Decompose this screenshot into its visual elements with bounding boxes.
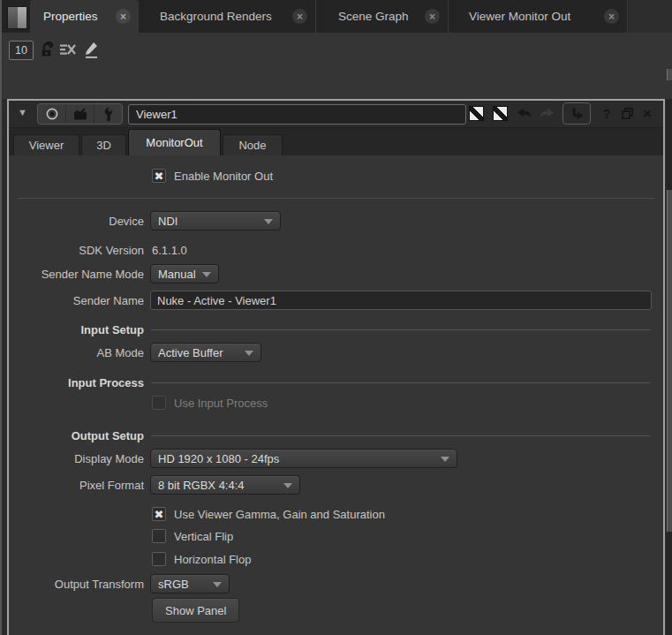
tab-viewer[interactable]: Viewer (13, 134, 79, 155)
tab-3d[interactable]: 3D (81, 134, 126, 155)
scrollbar-thumb[interactable] (667, 190, 672, 532)
panel-tab-strip: Viewer 3D MonitorOut Node (9, 128, 663, 155)
chevron-down-icon (283, 483, 292, 488)
diagonal-split-button-1[interactable] (466, 103, 487, 124)
dropdown-value: Manual (158, 268, 196, 281)
diagonal-split-button-2[interactable] (490, 103, 510, 124)
show-panel-button[interactable]: Show Panel (152, 598, 239, 623)
checkbox-label: Vertical Flip (174, 530, 233, 543)
settings-button[interactable] (94, 104, 122, 124)
checkbox-box[interactable] (152, 396, 166, 410)
diagonal-split-icon (469, 106, 484, 121)
chevron-down-icon (264, 219, 273, 224)
sdk-version-value: 6.1.1.0 (152, 244, 187, 257)
collapse-arrow-icon[interactable]: ▼ (18, 108, 27, 117)
device-dropdown[interactable]: NDI (150, 211, 281, 231)
checkbox-box[interactable] (152, 552, 166, 566)
section-rule (151, 435, 651, 436)
properties-toolbar: 10 (0, 33, 672, 99)
dropdown-value: NDI (158, 215, 177, 228)
clear-panels-button[interactable] (58, 40, 78, 59)
revert-button[interactable] (563, 102, 591, 125)
pixel-format-dropdown[interactable]: 8 bit RGBX 4:4:4 (150, 475, 300, 495)
vertical-flip-checkbox[interactable]: Vertical Flip (152, 529, 233, 543)
display-mode-label: Display Mode (9, 452, 144, 465)
close-icon[interactable]: × (116, 9, 131, 24)
sender-name-mode-label: Sender Name Mode (9, 268, 144, 281)
tab-background-renders[interactable]: Background Renders × (147, 0, 316, 33)
section-rule (151, 329, 651, 330)
close-panel-button[interactable]: × (639, 103, 655, 124)
input-setup-header: Input Setup (9, 319, 654, 340)
input-process-header: Input Process (9, 372, 654, 393)
horizontal-flop-checkbox[interactable]: Horizontal Flop (152, 552, 251, 566)
wrench-icon (102, 107, 116, 122)
redo-button[interactable] (536, 103, 556, 124)
lock-panels-button[interactable] (37, 40, 57, 59)
edit-node-names-button[interactable] (81, 40, 101, 59)
tab-node[interactable]: Node (223, 134, 283, 155)
close-icon[interactable]: × (604, 9, 619, 24)
monitor-out-button[interactable] (66, 104, 94, 124)
sender-name-input[interactable] (150, 291, 652, 310)
edit-pencil-icon (83, 41, 100, 59)
sender-name-mode-dropdown[interactable]: Manual (150, 264, 219, 283)
tab-label: Properties (30, 10, 98, 23)
tab-viewer-monitor-out[interactable]: Viewer Monitor Out × (456, 0, 628, 33)
tab-label: Background Renders (147, 10, 272, 23)
enable-monitor-out-checkbox[interactable]: ✖ Enable Monitor Out (152, 169, 273, 183)
ab-mode-dropdown[interactable]: Active Buffer (150, 343, 261, 362)
scrollbar-fragment[interactable] (667, 69, 672, 80)
pane-menu-icon[interactable] (7, 6, 27, 29)
checkbox-label: Use Input Process (174, 397, 268, 410)
output-transform-row: Output Transform sRGB (9, 573, 654, 594)
checkbox-box[interactable] (152, 529, 166, 543)
output-transform-dropdown[interactable]: sRGB (150, 574, 230, 593)
ab-mode-row: AB Mode Active Buffer (9, 342, 654, 363)
pane-splitter[interactable] (0, 0, 2, 635)
check-icon: ✖ (155, 509, 164, 520)
viewer1-properties-panel: ▼ (7, 99, 665, 635)
help-icon: ? (602, 107, 610, 120)
tab-label: Viewer Monitor Out (456, 10, 570, 23)
redo-icon (538, 107, 555, 120)
use-input-process-checkbox[interactable]: Use Input Process (152, 396, 268, 410)
pane-icon-right-half (18, 7, 27, 28)
sender-name-mode-row: Sender Name Mode Manual (9, 263, 654, 284)
tab-label: 3D (96, 139, 111, 152)
tab-label: MonitorOut (146, 136, 202, 149)
tab-scene-graph[interactable]: Scene Graph × (325, 0, 449, 33)
close-icon[interactable]: × (292, 9, 307, 24)
section-title: Output Setup (9, 429, 144, 442)
monitor-icon (72, 107, 88, 121)
max-panels-input[interactable]: 10 (9, 41, 34, 60)
button-label: Show Panel (165, 604, 226, 617)
revert-arrow-icon (570, 106, 585, 121)
tab-label: Scene Graph (325, 10, 409, 23)
float-panel-button[interactable] (618, 103, 636, 124)
node-name-input[interactable] (128, 104, 466, 125)
undo-button[interactable] (514, 103, 534, 124)
sender-name-row: Sender Name (9, 290, 654, 311)
center-viewer-button[interactable] (38, 104, 66, 124)
use-viewer-gamma-checkbox[interactable]: ✖ Use Viewer Gamma, Gain and Saturation (152, 507, 385, 521)
close-icon[interactable]: × (425, 9, 440, 24)
ab-mode-label: AB Mode (9, 346, 144, 359)
tab-properties[interactable]: Properties × (30, 0, 139, 33)
float-window-icon (621, 107, 634, 120)
circle-dot-icon (45, 107, 59, 121)
section-rule (151, 382, 651, 383)
header-icon-group (37, 103, 123, 125)
vertical-scrollbar[interactable] (667, 99, 672, 635)
diagonal-split-icon (493, 106, 508, 121)
monitorout-tab-content: ✖ Enable Monitor Out Device NDI SDK Vers… (9, 155, 663, 635)
dropdown-value: 8 bit RGBX 4:4:4 (158, 479, 245, 492)
display-mode-dropdown[interactable]: HD 1920 x 1080 - 24fps (150, 449, 457, 468)
dropdown-value: sRGB (158, 578, 189, 591)
unlock-icon (39, 42, 55, 58)
tab-monitorout[interactable]: MonitorOut (128, 129, 221, 155)
checkbox-box[interactable]: ✖ (152, 169, 166, 183)
help-button[interactable]: ? (599, 103, 615, 124)
display-mode-row: Display Mode HD 1920 x 1080 - 24fps (9, 448, 654, 469)
checkbox-box[interactable]: ✖ (152, 507, 166, 521)
